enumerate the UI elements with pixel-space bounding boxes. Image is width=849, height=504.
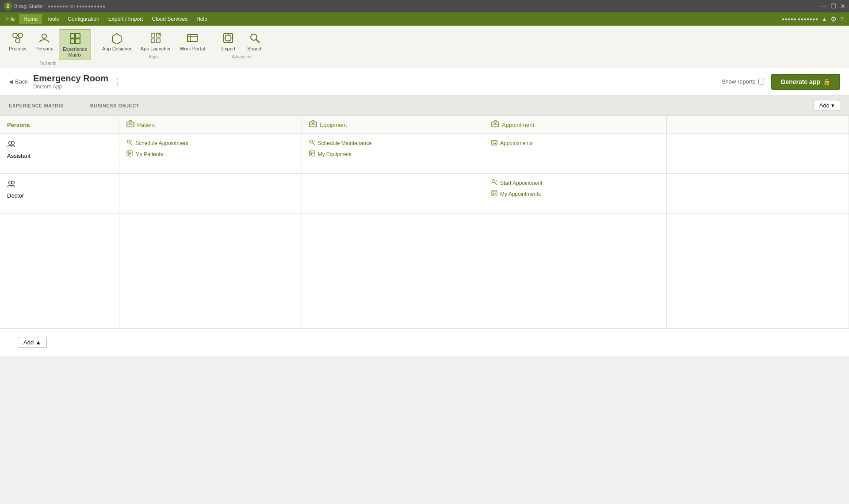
svg-rect-49: [130, 153, 131, 154]
toolbar-app-launcher-button[interactable]: App Launcher: [137, 29, 175, 53]
back-label: Back: [15, 78, 28, 85]
apps-items: App Designer App Launcher: [99, 29, 208, 53]
my-appointments-item[interactable]: My Appointments: [491, 190, 659, 198]
generate-app-button[interactable]: Generate app 🔒: [771, 74, 840, 90]
start-appointment-item[interactable]: Start Appointment: [491, 179, 659, 187]
empty-last-cell: [667, 214, 849, 328]
svg-rect-57: [311, 153, 312, 154]
patient-briefcase-icon: [126, 120, 134, 129]
doctor-equipment-cell: [302, 174, 485, 213]
page-title: Emergency Room: [33, 73, 108, 84]
process-label: Process: [9, 46, 27, 52]
svg-point-1: [18, 33, 23, 38]
menu-configuration[interactable]: Configuration: [63, 14, 103, 24]
appointment-col-label: Appointment: [502, 122, 534, 128]
start-appointment-icon: [491, 179, 497, 187]
assistant-appointment-cell: Appointments: [484, 134, 667, 173]
up-arrow-icon[interactable]: ▲: [822, 16, 827, 22]
my-patients-icon: [126, 150, 133, 158]
toolbar-persona-button[interactable]: Persona: [32, 29, 57, 53]
menu-help[interactable]: Help: [192, 14, 212, 24]
toolbar-group-advanced: Expert Search Advanced: [212, 27, 271, 68]
settings-icon[interactable]: ⚙: [830, 15, 837, 23]
expert-label: Expert: [222, 46, 236, 52]
my-patients-item[interactable]: My Patients: [126, 150, 294, 158]
svg-rect-59: [311, 154, 312, 155]
menu-file[interactable]: File: [2, 14, 19, 24]
svg-line-71: [496, 180, 497, 181]
empty-matrix-row: [0, 214, 849, 328]
generate-lock-icon: 🔒: [823, 78, 830, 85]
appointments-item[interactable]: Appointments: [491, 139, 659, 147]
show-reports-checkbox[interactable]: [758, 79, 764, 84]
bottom-add-button[interactable]: Add ▲: [18, 337, 47, 348]
context-menu-icon[interactable]: ⋮: [114, 77, 122, 87]
user-info: ●●●●● ●●●●●●●: [782, 16, 818, 22]
toolbar-process-button[interactable]: Process: [5, 29, 30, 53]
svg-rect-20: [187, 34, 197, 42]
svg-rect-8: [76, 34, 80, 38]
svg-line-43: [130, 143, 132, 145]
experience-matrix-icon: [68, 31, 82, 46]
menu-export-import[interactable]: Export / Import: [104, 14, 148, 24]
minimize-button[interactable]: —: [821, 3, 827, 10]
advanced-group-label: Advanced: [216, 54, 267, 59]
title-bar-server: ●●●●●●● on ●●●●●●●●●●: [47, 4, 105, 9]
back-button[interactable]: ◀ Back: [9, 78, 28, 85]
menu-bar: File Home Tools Configuration Export / I…: [0, 12, 849, 26]
schedule-appointment-item[interactable]: Schedule Appointment: [126, 139, 294, 147]
doctor-persona-icon: [7, 180, 15, 190]
app-launcher-icon: [149, 31, 163, 45]
toolbar-expert-button[interactable]: Expert: [216, 29, 241, 53]
svg-rect-13: [151, 34, 155, 37]
svg-rect-50: [129, 154, 130, 155]
toolbar-search-button[interactable]: Search: [242, 29, 267, 53]
close-button[interactable]: ✕: [840, 3, 845, 10]
col-header-empty: [667, 116, 849, 134]
col-header-patient: Patient: [119, 116, 302, 134]
doctor-patient-cell: [119, 174, 302, 213]
doctor-empty-cell: [667, 174, 849, 213]
menu-tools[interactable]: Tools: [42, 14, 63, 24]
schedule-appointment-icon: [126, 139, 133, 147]
svg-point-6: [42, 34, 46, 38]
restore-button[interactable]: ❐: [831, 3, 837, 10]
my-equipment-item[interactable]: My Equipment: [309, 150, 477, 158]
assistant-persona-cell: Assistant: [0, 134, 119, 173]
toolbar-experience-matrix-button[interactable]: ExperienceMatrix: [59, 29, 91, 60]
schedule-maintenance-item[interactable]: Schedule Maintenance: [309, 139, 477, 147]
menu-home[interactable]: Home: [19, 14, 42, 24]
appointments-label: Appointments: [500, 140, 532, 146]
help-icon[interactable]: ?: [840, 15, 844, 23]
equipment-col-label: Equipment: [320, 122, 347, 128]
doctor-appointment-cell: Start Appointment My Appointments: [484, 174, 667, 213]
search-icon: [248, 31, 262, 45]
svg-rect-66: [495, 143, 496, 144]
app-logo: B Bizagi Studio: ●●●●●●● on ●●●●●●●●●●: [4, 2, 106, 11]
svg-rect-65: [494, 143, 495, 144]
add-dropdown-icon: ▾: [831, 102, 834, 109]
bottom-add-label: Add: [23, 339, 34, 346]
schedule-maintenance-label: Schedule Maintenance: [318, 140, 372, 146]
generate-app-label: Generate app: [781, 78, 820, 85]
empty-patient-cell: [119, 214, 302, 328]
svg-point-51: [310, 140, 313, 143]
title-bar-app-name: Bizagi Studio:: [14, 4, 44, 9]
app-designer-icon: [110, 31, 124, 45]
persona-icon: [37, 31, 51, 45]
col-header-persona: Persona: [0, 116, 119, 134]
table-row: Doctor Start Appointment: [0, 174, 849, 214]
svg-line-52: [313, 143, 315, 145]
svg-line-30: [256, 39, 259, 42]
table-row: Assistant Schedule Appointment: [0, 134, 849, 174]
menu-cloud-services[interactable]: Cloud Services: [147, 14, 192, 24]
start-appointment-label: Start Appointment: [500, 180, 542, 186]
matrix-add-button[interactable]: Add ▾: [814, 100, 840, 111]
svg-rect-60: [492, 140, 497, 145]
col-header-appointment: Appointment: [484, 116, 667, 134]
toolbar-work-portal-button[interactable]: Work Portal: [176, 29, 208, 53]
svg-rect-64: [493, 143, 493, 144]
toolbar-app-designer-button[interactable]: App Designer: [99, 29, 135, 53]
title-section: Emergency Room Doctors App: [33, 73, 108, 90]
appointment-briefcase-icon: [491, 120, 499, 129]
